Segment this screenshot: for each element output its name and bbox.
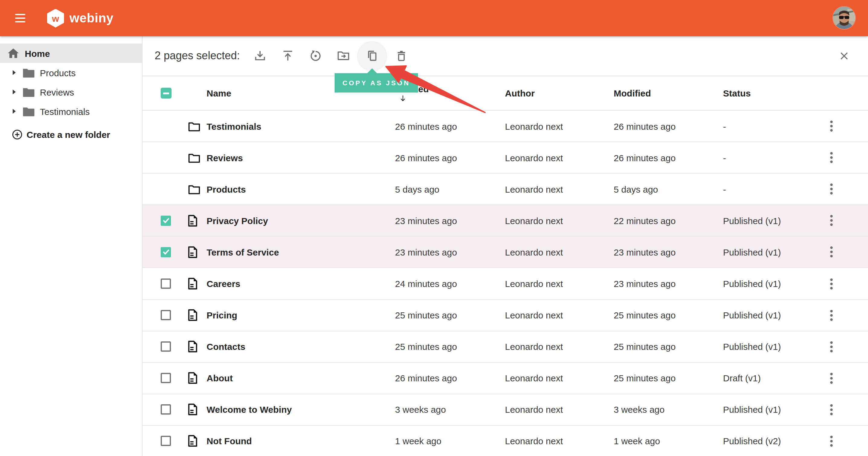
row-name[interactable]: Products [207,184,246,194]
webiny-logo[interactable]: w webiny [47,9,114,28]
row-actions-menu-button[interactable] [823,307,840,323]
row-status: - [723,184,726,194]
expand-caret-icon[interactable] [13,109,16,114]
row-name[interactable]: About [207,373,233,383]
row-author: Leonardo next [505,152,563,163]
column-header-status[interactable]: Status [723,88,751,98]
document-icon [188,309,197,321]
move-to-folder-button[interactable] [329,42,357,70]
delete-button[interactable] [387,42,415,70]
sidebar-item-home[interactable]: Home [0,44,142,63]
row-author: Leonardo next [505,310,563,320]
row-name[interactable]: Testimonials [207,121,261,131]
table-row[interactable]: Reviews 26 minutes ago Leonardo next 26 … [143,142,868,174]
column-header-name[interactable]: Name [207,88,231,98]
row-checkbox[interactable] [161,310,171,320]
row-name[interactable]: Reviews [207,152,243,163]
history-restore-icon [308,49,322,63]
page-table-body: Testimonials 26 minutes ago Leonardo nex… [143,111,868,456]
close-selection-button[interactable] [835,48,852,64]
folder-icon [22,87,35,97]
publish-button[interactable] [274,42,302,70]
sidebar-folder-label: Products [40,67,75,78]
folder-icon [188,152,200,163]
table-header-row: Name Created Author Modified Status [143,76,868,111]
hamburger-menu-icon[interactable] [15,14,25,22]
kebab-menu-icon [830,120,833,132]
row-checkbox[interactable] [161,247,171,257]
row-created: 23 minutes ago [395,216,457,226]
kebab-menu-icon [830,152,833,163]
document-icon [188,215,197,227]
document-icon [188,404,197,416]
create-folder-label: Create a new folder [27,129,110,139]
page-list-panel: 2 pages selected: [143,36,868,456]
table-row[interactable]: Terms of Service 23 minutes ago Leonardo… [143,237,868,268]
table-row[interactable]: Contacts 25 minutes ago Leonardo next 25… [143,331,868,363]
table-row[interactable]: Privacy Policy 23 minutes ago Leonardo n… [143,205,868,237]
row-checkbox[interactable] [161,279,171,289]
table-row[interactable]: Careers 24 minutes ago Leonardo next 23 … [143,268,868,300]
row-name[interactable]: Pricing [207,310,238,320]
sidebar-item-products[interactable]: Products [0,63,142,82]
brand-wordmark: webiny [69,11,114,25]
row-name[interactable]: Careers [207,279,240,289]
table-row[interactable]: Welcome to Webiny 3 weeks ago Leonardo n… [143,394,868,426]
row-actions-menu-button[interactable] [823,275,840,292]
row-author: Leonardo next [505,121,563,131]
row-author: Leonardo next [505,247,563,257]
document-icon [188,278,197,290]
row-modified: 25 minutes ago [614,373,676,383]
row-actions-menu-button[interactable] [823,370,840,387]
kebab-menu-icon [830,309,833,321]
row-created: 5 days ago [395,184,439,194]
download-button[interactable] [246,42,274,70]
table-row[interactable]: About 26 minutes ago Leonardo next 25 mi… [143,363,868,394]
kebab-menu-icon [830,435,833,447]
row-actions-menu-button[interactable] [823,212,840,229]
kebab-menu-icon [830,373,833,384]
sidebar-item-testimonials[interactable]: Testimonials [0,102,142,121]
row-checkbox[interactable] [161,436,171,446]
row-modified: 26 minutes ago [614,152,676,163]
close-icon [839,51,848,60]
table-row[interactable]: Not Found 1 week ago Leonardo next 1 wee… [143,426,868,456]
row-name[interactable]: Contacts [207,341,245,352]
row-actions-menu-button[interactable] [823,338,840,355]
row-checkbox[interactable] [161,216,171,226]
row-created: 25 minutes ago [395,341,457,352]
row-checkbox[interactable] [161,341,171,352]
row-name[interactable]: Terms of Service [207,247,279,257]
expand-caret-icon[interactable] [13,70,16,75]
table-row[interactable]: Products 5 days ago Leonardo next 5 days… [143,174,868,205]
folder-icon [188,183,200,194]
create-new-folder-button[interactable]: Create a new folder [0,124,142,144]
copy-as-json-button[interactable] [357,41,387,71]
column-header-modified[interactable]: Modified [614,88,651,98]
row-actions-menu-button[interactable] [823,118,840,135]
select-all-checkbox[interactable] [161,88,172,98]
user-avatar[interactable] [833,7,855,29]
row-checkbox[interactable] [161,373,171,383]
kebab-menu-icon [830,404,833,416]
upload-icon [281,49,294,63]
home-icon [8,48,19,58]
row-actions-menu-button[interactable] [823,433,840,450]
row-actions-menu-button[interactable] [823,149,840,166]
table-row[interactable]: Pricing 25 minutes ago Leonardo next 25 … [143,300,868,331]
column-header-author[interactable]: Author [505,88,534,98]
row-author: Leonardo next [505,341,563,352]
row-name[interactable]: Not Found [207,436,252,446]
expand-caret-icon[interactable] [13,89,16,94]
restore-button[interactable] [302,42,329,70]
row-modified: 3 weeks ago [614,405,664,415]
row-status: Published (v2) [723,436,781,446]
row-name[interactable]: Privacy Policy [207,216,268,226]
row-actions-menu-button[interactable] [823,401,840,418]
table-row[interactable]: Testimonials 26 minutes ago Leonardo nex… [143,111,868,142]
row-name[interactable]: Welcome to Webiny [207,405,292,415]
row-actions-menu-button[interactable] [823,244,840,261]
row-checkbox[interactable] [161,405,171,415]
sidebar-item-reviews[interactable]: Reviews [0,82,142,102]
row-actions-menu-button[interactable] [823,180,840,197]
